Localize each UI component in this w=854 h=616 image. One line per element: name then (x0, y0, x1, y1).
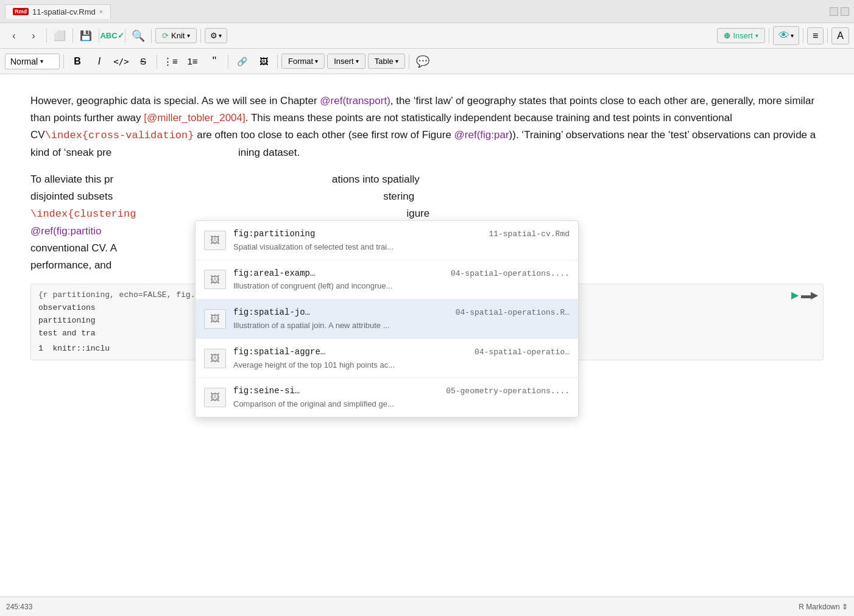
editor-area[interactable]: However, geographic data is special. As … (0, 74, 854, 597)
ac-item-seine[interactable]: 🖼 fig:seine-si… 05-geometry-operations..… (196, 378, 578, 417)
new-file-button[interactable]: ⬜ (51, 27, 69, 44)
ref-figpar: @ref(fig:par (454, 129, 509, 141)
ref-partitioning: @ref(fig:partitio (30, 225, 101, 237)
ac-item-content-5: fig:seine-si… 05-geometry-operations....… (233, 384, 570, 411)
sep-t2-4 (277, 54, 278, 69)
ac-key-3: fig:spatial-jo… (233, 306, 310, 319)
ac-file-2: 04-spatial-operations.... (451, 268, 570, 281)
autocomplete-dropdown[interactable]: 🖼 fig:partitioning 11-spatial-cv.Rmd Spa… (195, 220, 579, 418)
align-button[interactable]: ≡ (807, 27, 824, 44)
file-tab[interactable]: Rmd 11-spatial-cv.Rmd × (5, 4, 111, 19)
link-button[interactable]: 🔗 (232, 53, 252, 70)
image-button[interactable]: 🖼 (254, 53, 273, 70)
settings-button[interactable]: ⚙ ▾ (205, 28, 227, 43)
para1-text1: However, geographic data is special. As … (30, 95, 320, 107)
para2-gap2 (113, 191, 383, 202)
ac-img-icon-1: 🖼 (204, 231, 226, 250)
insert-button[interactable]: ⊕ Insert ▾ (717, 28, 765, 43)
sep-t2-2 (157, 54, 157, 69)
table-menu-button[interactable]: Table ▾ (368, 54, 405, 69)
para1-text4: are often too close to each other (see f… (194, 129, 454, 141)
minimize-button[interactable] (830, 7, 838, 16)
style-chevron-icon: ▾ (40, 58, 43, 65)
insert-menu-button[interactable]: Insert ▾ (327, 54, 365, 69)
ac-item-content-3: fig:spatial-jo… 04-spatial-operations.R…… (233, 306, 570, 332)
run-above-button[interactable]: ▬▶ (801, 289, 818, 301)
italic-button[interactable]: I (90, 53, 109, 70)
format-label: Format (288, 57, 313, 66)
run-chunk-button[interactable]: ▶ (791, 289, 799, 301)
toolbar1: ‹ › ⬜ 💾 ABC✓ 🔍 ⟳ Knit ▾ ⚙ ▾ ⊕ Insert ▾ 👁… (0, 23, 854, 49)
separator8 (803, 29, 803, 43)
code-run-buttons: ▶ ▬▶ (791, 289, 818, 301)
editor-content: However, geographic data is special. As … (30, 93, 824, 360)
para2-text1: To alleviate this pr (30, 173, 113, 185)
knit-dropdown-icon: ▾ (187, 32, 190, 39)
gear-dropdown-icon: ▾ (219, 32, 222, 39)
forward-button[interactable]: › (24, 27, 43, 44)
search-button[interactable]: 🔍 (129, 27, 147, 44)
maximize-button[interactable] (841, 7, 849, 16)
ac-item-content-1: fig:partitioning 11-spatial-cv.Rmd Spati… (233, 227, 570, 254)
citation-miller: [@miller_tobler_2004] (144, 112, 245, 124)
knit-label: Knit (171, 31, 185, 40)
save-button[interactable]: 💾 (77, 27, 95, 44)
insert-tb2-chevron-icon: ▾ (356, 58, 359, 65)
ac-desc-4: Average height of the top 101 high point… (233, 359, 570, 372)
ordered-list-button[interactable]: 1≡ (183, 53, 202, 70)
comment-button[interactable]: 💬 (413, 53, 432, 70)
ac-file-3: 04-spatial-operations.R… (456, 307, 570, 320)
font-size-button[interactable]: A (831, 27, 849, 44)
knit-icon: ⟳ (162, 31, 169, 40)
tab-close[interactable]: × (99, 8, 103, 15)
code-crossval: \index{cross-validation} (45, 130, 194, 141)
ac-desc-2: Illustration of congruent (left) and inc… (233, 280, 570, 293)
ac-img-icon-5: 🖼 (204, 388, 226, 407)
view-dropdown-icon: ▾ (791, 32, 794, 39)
ac-img-icon-2: 🖼 (204, 270, 226, 289)
code-label: </> (113, 57, 129, 66)
ac-item-partitioning[interactable]: 🖼 fig:partitioning 11-spatial-cv.Rmd Spa… (196, 221, 578, 261)
separator7 (769, 29, 769, 43)
para2-gap1 (113, 173, 332, 185)
para2-text3: disjointed subsets (30, 191, 113, 202)
sep-t2-5 (409, 54, 409, 69)
ac-item-content-4: fig:spatial-aggre… 04-spatial-operatio… … (233, 345, 570, 372)
sep-t2-1 (63, 54, 64, 69)
format-menu-button[interactable]: Format ▾ (281, 54, 325, 69)
ac-desc-5: Comparison of the original and simplifie… (233, 398, 570, 411)
bullet-list-button[interactable]: ⋮≡ (161, 53, 180, 70)
table-label: Table (375, 57, 393, 66)
bold-label: B (74, 56, 81, 67)
back-button[interactable]: ‹ (5, 27, 23, 44)
blockquote-button[interactable]: " (205, 53, 224, 70)
ac-item-spatial-jo[interactable]: 🖼 fig:spatial-jo… 04-spatial-operations.… (196, 299, 578, 339)
ac-desc-1: Spatial visualization of selected test a… (233, 241, 570, 254)
table-chevron-icon: ▾ (395, 58, 398, 65)
insert-label: Insert (733, 31, 753, 40)
ac-img-icon-3: 🖼 (204, 309, 226, 329)
para2-gap3 (136, 208, 406, 219)
ac-item-content-2: fig:areal-examp… 04-spatial-operations..… (233, 267, 570, 293)
separator3 (99, 29, 99, 43)
ac-key-4: fig:spatial-aggre… (233, 345, 325, 359)
knit-button[interactable]: ⟳ Knit ▾ (155, 28, 197, 43)
view-button[interactable]: 👁 ▾ (773, 26, 799, 45)
view-icon: 👁 (778, 29, 789, 42)
ac-file-4: 04-spatial-operatio… (475, 346, 570, 359)
style-dropdown[interactable]: Normal ▾ (5, 54, 60, 69)
para2-text9: performance, and (30, 259, 111, 271)
ac-item-areal[interactable]: 🖼 fig:areal-examp… 04-spatial-operations… (196, 261, 578, 300)
spellcheck-button[interactable]: ABC✓ (103, 27, 121, 44)
para2-text2: ations into spatially (332, 173, 420, 185)
ac-key-2: fig:areal-examp… (233, 267, 315, 280)
strikethrough-button[interactable]: S (133, 53, 153, 70)
toolbar2: Normal ▾ B I </> S ⋮≡ 1≡ " 🔗 🖼 Format ▾ … (0, 49, 854, 74)
window-controls (830, 7, 849, 16)
ref-transport: @ref(transport) (320, 95, 390, 107)
bold-button[interactable]: B (68, 53, 87, 70)
ac-item-spatial-aggre[interactable]: 🖼 fig:spatial-aggre… 04-spatial-operatio… (196, 339, 578, 379)
para2-text4: stering (383, 191, 414, 202)
code-button[interactable]: </> (111, 53, 131, 70)
file-mode: R Markdown ⇕ (799, 603, 848, 611)
